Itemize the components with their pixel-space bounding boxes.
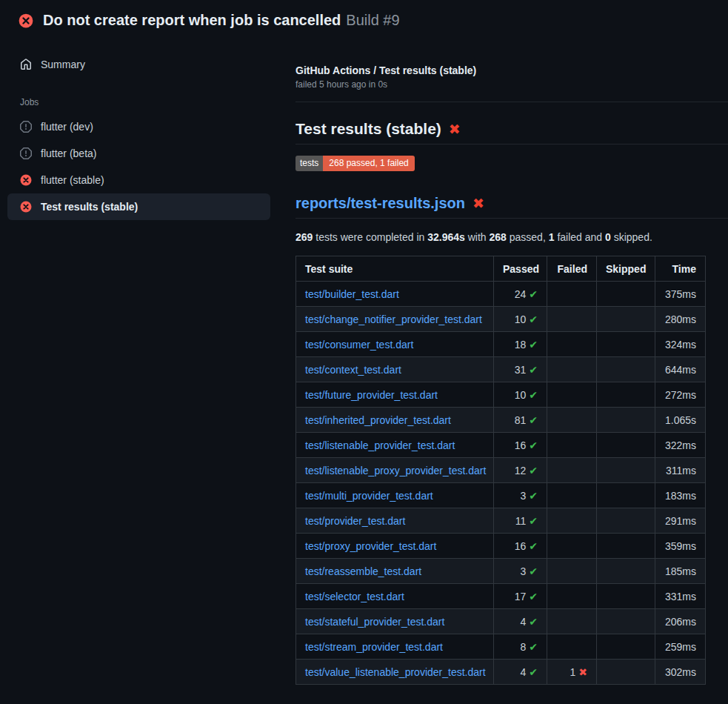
time-cell: 359ms <box>655 534 706 559</box>
summary-text-segment: 0 <box>605 231 611 243</box>
time-value: 185ms <box>665 565 696 577</box>
summary-text-segment: 1 <box>549 231 555 243</box>
table-row: test/reassemble_test.dart3✔185ms <box>296 559 706 584</box>
check-icon: ✔ <box>529 616 538 628</box>
table-row: test/listenable_provider_test.dart16✔322… <box>296 433 706 458</box>
main-content: GitHub Actions / Test results (stable) f… <box>278 38 728 685</box>
failed-cell <box>547 584 597 609</box>
passed-cell: 10✔ <box>494 307 547 332</box>
skipped-cell <box>597 357 655 382</box>
summary-text-segment: failed and <box>555 231 606 243</box>
check-icon: ✔ <box>529 439 538 451</box>
test-suite-link[interactable]: test/value_listenable_provider_test.dart <box>305 666 486 678</box>
test-suite-link[interactable]: test/context_test.dart <box>305 364 401 376</box>
test-suite-link[interactable]: test/change_notifier_provider_test.dart <box>305 313 482 325</box>
test-suite-link[interactable]: test/consumer_test.dart <box>305 339 413 351</box>
time-cell: 331ms <box>655 584 706 609</box>
report-heading: Test results (stable) <box>295 120 441 138</box>
test-suite-link[interactable]: test/listenable_provider_test.dart <box>305 439 455 451</box>
passed-count: 24 <box>515 288 527 300</box>
passed-count: 10 <box>515 389 527 401</box>
job-header: GitHub Actions / Test results (stable) f… <box>295 64 728 102</box>
test-suite-link[interactable]: test/inherited_provider_test.dart <box>305 414 451 426</box>
failed-cell <box>547 508 597 534</box>
skipped-cell <box>597 433 655 458</box>
test-suite-link[interactable]: test/provider_test.dart <box>305 515 405 527</box>
failed-cell <box>547 559 597 584</box>
passed-count: 11 <box>515 515 527 527</box>
suite-cell: test/value_listenable_provider_test.dart <box>296 660 494 685</box>
failed-cell <box>547 609 597 634</box>
job-label: flutter (stable) <box>41 174 104 186</box>
test-suite-link[interactable]: test/stream_provider_test.dart <box>305 641 443 653</box>
col-passed: Passed <box>494 256 547 282</box>
job-label: flutter (dev) <box>41 121 93 133</box>
failed-x-icon <box>20 174 32 186</box>
report-file-link[interactable]: reports/test-results.json <box>295 195 465 212</box>
skipped-cell <box>597 307 655 332</box>
time-value: 272ms <box>665 389 696 401</box>
test-suite-link[interactable]: test/selector_test.dart <box>305 591 404 602</box>
table-row: test/inherited_provider_test.dart81✔1.06… <box>296 408 706 433</box>
time-value: 644ms <box>665 364 696 376</box>
passed-cell: 16✔ <box>494 534 547 559</box>
passed-cell: 8✔ <box>494 634 547 660</box>
test-suite-link[interactable]: test/future_provider_test.dart <box>305 389 438 401</box>
passed-cell: 3✔ <box>494 559 547 584</box>
summary-text-segment: 269 <box>295 231 313 243</box>
table-row: test/builder_test.dart24✔375ms <box>296 282 706 307</box>
suite-cell: test/future_provider_test.dart <box>296 382 494 408</box>
table-row: test/stateful_provider_test.dart4✔206ms <box>296 609 706 634</box>
table-row: test/future_provider_test.dart10✔272ms <box>296 382 706 408</box>
passed-cell: 4✔ <box>494 609 547 634</box>
failed-cell <box>547 332 597 357</box>
col-skipped: Skipped <box>597 256 655 282</box>
failed-cell <box>547 634 597 660</box>
time-value: 291ms <box>665 515 696 527</box>
summary-text-segment: with <box>465 231 490 243</box>
sidebar-item-summary[interactable]: Summary <box>0 53 278 76</box>
time-cell: 185ms <box>655 559 706 584</box>
suite-cell: test/reassemble_test.dart <box>296 559 494 584</box>
time-value: 311ms <box>666 465 696 476</box>
passed-cell: 12✔ <box>494 458 547 483</box>
test-suite-link[interactable]: test/proxy_provider_test.dart <box>305 540 436 552</box>
time-value: 324ms <box>665 339 696 351</box>
sidebar-job-item-flutter-dev-[interactable]: flutter (dev) <box>7 113 270 140</box>
sidebar-job-item-flutter-stable-[interactable]: flutter (stable) <box>7 167 270 193</box>
table-row: test/context_test.dart31✔644ms <box>296 357 706 382</box>
passed-cell: 11✔ <box>494 508 547 534</box>
check-icon: ✔ <box>529 515 538 527</box>
test-suite-link[interactable]: test/listenable_proxy_provider_test.dart <box>305 465 486 476</box>
test-suite-link[interactable]: test/multi_provider_test.dart <box>305 490 433 502</box>
build-number: Build #9 <box>346 12 399 28</box>
home-icon <box>20 59 32 70</box>
suite-cell: test/context_test.dart <box>296 357 494 382</box>
passed-count: 12 <box>515 465 527 476</box>
sidebar-job-item-test-results-stable-[interactable]: Test results (stable) <box>7 193 270 220</box>
suite-cell: test/listenable_provider_test.dart <box>296 433 494 458</box>
suite-cell: test/stateful_provider_test.dart <box>296 609 494 634</box>
col-time: Time <box>655 256 706 282</box>
suite-cell: test/multi_provider_test.dart <box>296 483 494 508</box>
passed-cell: 17✔ <box>494 584 547 609</box>
time-value: 331ms <box>665 591 696 602</box>
failed-x-icon <box>20 201 32 213</box>
test-suite-link[interactable]: test/reassemble_test.dart <box>305 565 421 577</box>
time-value: 259ms <box>665 641 696 653</box>
report-heading-row: Test results (stable) ✖ <box>295 120 728 145</box>
passed-count: 18 <box>515 339 527 351</box>
check-icon: ✔ <box>529 364 538 376</box>
skipped-cell <box>597 282 655 307</box>
suite-cell: test/change_notifier_provider_test.dart <box>296 307 494 332</box>
time-value: 280ms <box>665 313 696 325</box>
passed-cell: 31✔ <box>494 357 547 382</box>
sidebar-job-item-flutter-beta-[interactable]: flutter (beta) <box>7 140 270 167</box>
test-suite-link[interactable]: test/builder_test.dart <box>305 288 399 300</box>
passed-count: 16 <box>515 439 527 451</box>
failed-cell <box>547 307 597 332</box>
table-row: test/listenable_proxy_provider_test.dart… <box>296 458 706 483</box>
suite-cell: test/selector_test.dart <box>296 584 494 609</box>
test-suite-link[interactable]: test/stateful_provider_test.dart <box>305 616 444 628</box>
passed-count: 31 <box>515 364 527 376</box>
